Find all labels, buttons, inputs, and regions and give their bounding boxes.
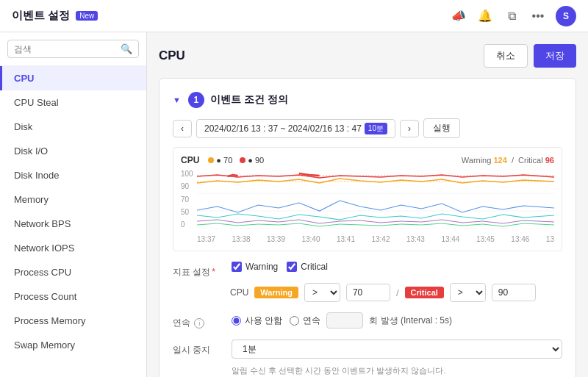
checkbox-group: Warning Critical	[232, 262, 328, 272]
cpu-chart: CPU ● 70 ● 90 Warning 124 / Critical 96	[173, 147, 562, 251]
date-range-btn[interactable]: 2024/02/16 13 : 37 ~ 2024/02/16 13 : 47 …	[196, 119, 395, 138]
sidebar-item-network-iops[interactable]: Network IOPS	[0, 236, 146, 260]
copy-icon[interactable]: ⧉	[503, 7, 520, 25]
critical-val: 96	[545, 156, 554, 165]
pause-row: 일시 중지 1분 5분 10분 30분 알림 수신 후 선택한 시간 동안 이벤…	[173, 340, 562, 377]
header-title: 이벤트 설정	[12, 9, 70, 23]
radio-use-none[interactable]: 사용 안함	[232, 315, 282, 327]
header-left: 이벤트 설정 New	[12, 9, 98, 23]
run-button[interactable]: 실행	[423, 118, 460, 138]
sidebar-item-process-count[interactable]: Process Count	[0, 284, 146, 309]
sidebar-item-cpu[interactable]: CPU	[0, 66, 146, 90]
page-title: CPU	[159, 49, 185, 63]
warning-val: 124	[493, 156, 506, 165]
chart-svg-area	[197, 170, 554, 229]
legend-70: ●	[216, 156, 223, 165]
warning-check-label: Warning	[245, 262, 278, 272]
critical-check-label: Critical	[301, 262, 328, 272]
warning-label: Warning	[462, 156, 492, 165]
radio-consecutive[interactable]: 연속	[290, 315, 320, 327]
main-content: CPU 취소 저장 ▼ 1 이벤트 조건 정의 ‹ 2024/02/16 13 …	[147, 32, 588, 377]
metric-row: 지표 설정* Warning Critical	[173, 262, 562, 279]
cancel-button[interactable]: 취소	[484, 44, 528, 68]
sidebar-item-disk[interactable]: Disk	[0, 115, 146, 139]
legend-90: ●	[248, 156, 255, 165]
main-layout: 🔍 CPU CPU Steal Disk Disk I/O Disk Inode…	[0, 32, 588, 377]
critical-label: Critical	[518, 156, 543, 165]
header: 이벤트 설정 New 📣 🔔 ⧉ ••• S	[0, 0, 588, 32]
consecutive-times-input[interactable]	[326, 312, 363, 328]
critical-checkbox-item[interactable]: Critical	[287, 262, 328, 272]
date-badge: 10분	[365, 123, 387, 134]
main-header: CPU 취소 저장	[159, 44, 576, 68]
date-range-row: ‹ 2024/02/16 13 : 37 ~ 2024/02/16 13 : 4…	[173, 118, 562, 138]
consecutive-content: 사용 안함 연속 회 발생 (Interval : 5s)	[232, 312, 452, 328]
chart-warning-info: Warning 124 / Critical 96	[462, 156, 554, 165]
header-right: 📣 🔔 ⧉ ••• S	[450, 6, 576, 26]
pause-select[interactable]: 1분 5분 10분 30분	[232, 340, 562, 359]
chart-title: CPU	[181, 155, 199, 165]
sidebar: 🔍 CPU CPU Steal Disk Disk I/O Disk Inode…	[0, 32, 147, 377]
radio-consecutive-label: 연속	[303, 315, 320, 327]
radio-consecutive-input[interactable]	[290, 316, 299, 326]
pause-info-text1: 알림 수신 후 선택한 시간 동안 이벤트가 발생하지 않습니다.	[232, 365, 562, 377]
next-date-btn[interactable]: ›	[400, 120, 419, 137]
search-input[interactable]	[14, 44, 121, 54]
section1-title: ▼ 1 이벤트 조건 정의	[173, 92, 562, 108]
chart-wrap: 100 90 70 50 0	[181, 170, 554, 243]
save-button[interactable]: 저장	[534, 44, 576, 68]
warning-checkbox[interactable]	[232, 262, 242, 272]
sidebar-item-disk-inode[interactable]: Disk Inode	[0, 163, 146, 187]
prev-date-btn[interactable]: ‹	[173, 120, 192, 137]
more-icon[interactable]: •••	[529, 7, 547, 25]
user-avatar[interactable]: S	[556, 6, 576, 26]
consecutive-row: 연속 i 사용 안함 연속 회 발생	[173, 312, 562, 329]
warning-checkbox-item[interactable]: Warning	[232, 262, 278, 272]
bell-icon[interactable]: 🔔	[476, 7, 494, 25]
sidebar-item-process-memory[interactable]: Process Memory	[0, 309, 146, 333]
metric-label: 지표 설정*	[173, 262, 224, 279]
sidebar-item-swap-memory[interactable]: Swap Memory	[0, 333, 146, 357]
interval-label: 회 발생 (Interval : 5s)	[369, 315, 452, 327]
chart-y-labels: 100 90 70 50 0	[181, 170, 196, 229]
action-buttons: 취소 저장	[484, 44, 576, 68]
radio-use-none-input[interactable]	[232, 316, 241, 326]
sidebar-item-disk-io[interactable]: Disk I/O	[0, 139, 146, 163]
header-new-badge: New	[76, 11, 98, 21]
cpu-threshold-row: CPU Warning >>=<<= / Critical >>=<<=	[230, 283, 562, 302]
sidebar-item-network-bps[interactable]: Network BPS	[0, 212, 146, 236]
critical-badge: Critical	[405, 287, 444, 298]
chart-x-labels: 13:37 13:38 13:39 13:40 13:41 13:42 13:4…	[197, 235, 554, 243]
metric-content: Warning Critical	[232, 262, 328, 272]
cpu-label: CPU	[230, 287, 248, 298]
consecutive-info-icon[interactable]: i	[194, 318, 204, 328]
sidebar-item-process-cpu[interactable]: Process CPU	[0, 260, 146, 284]
sidebar-item-cpu-steal[interactable]: CPU Steal	[0, 90, 146, 115]
critical-operator-select[interactable]: >>=<<=	[450, 283, 486, 302]
search-wrap[interactable]: 🔍	[7, 40, 139, 58]
warning-operator-select[interactable]: >>=<<=	[304, 283, 340, 302]
chart-legend: ● 70 ● 90	[208, 156, 264, 165]
legend-90-val: 90	[255, 156, 264, 165]
pause-content: 1분 5분 10분 30분 알림 수신 후 선택한 시간 동안 이벤트가 발생하…	[232, 340, 562, 377]
search-box: 🔍	[0, 32, 146, 66]
pause-label: 일시 중지	[173, 340, 224, 356]
radio-use-label: 사용 안함	[245, 315, 282, 327]
chart-header: CPU ● 70 ● 90 Warning 124 / Critical 96	[181, 155, 554, 165]
sidebar-item-memory[interactable]: Memory	[0, 187, 146, 212]
radio-group: 사용 안함 연속	[232, 315, 320, 327]
legend-70-val: 70	[223, 156, 232, 165]
section1-card: ▼ 1 이벤트 조건 정의 ‹ 2024/02/16 13 : 37 ~ 202…	[159, 78, 576, 377]
warning-threshold-input[interactable]	[346, 284, 390, 301]
chart-svg	[197, 170, 554, 229]
section1-num: 1	[188, 92, 204, 108]
section1-label: 이벤트 조건 정의	[210, 93, 288, 107]
critical-checkbox[interactable]	[287, 262, 297, 272]
critical-threshold-input[interactable]	[492, 284, 536, 301]
consecutive-label: 연속 i	[173, 312, 224, 329]
cpu-threshold-content: CPU Warning >>=<<= / Critical >>=<<=	[230, 283, 536, 302]
warning-badge: Warning	[254, 287, 298, 298]
megaphone-icon[interactable]: 📣	[450, 7, 467, 25]
section1-toggle[interactable]: ▼	[173, 96, 181, 104]
date-range-text: 2024/02/16 13 : 37 ~ 2024/02/16 13 : 47	[204, 123, 362, 134]
